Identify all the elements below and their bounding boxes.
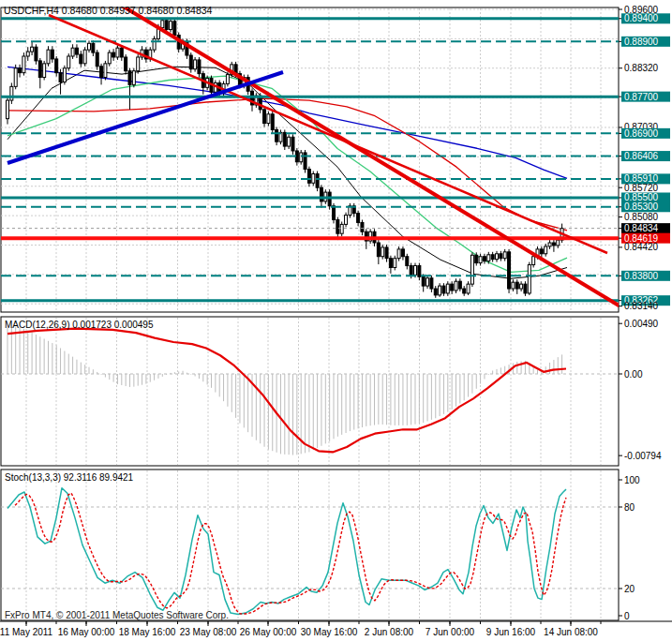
- chart-canvas: 0.896000.894000.889000.883200.877000.870…: [0, 0, 672, 641]
- macd-axis-label: -0.00794: [624, 451, 662, 461]
- candle-body: [422, 276, 425, 286]
- candle-body: [500, 254, 502, 259]
- candle-body: [414, 266, 417, 276]
- candle-body: [263, 110, 266, 124]
- candle-body: [198, 60, 201, 74]
- candle-body: [463, 289, 466, 293]
- candle-body: [483, 257, 485, 261]
- price-axis-label-highlighted: 0.86900: [624, 128, 659, 139]
- candle-body: [496, 254, 499, 260]
- price-axis-label-highlighted: 0.88900: [624, 37, 659, 47]
- candle-body: [418, 266, 421, 277]
- candle-body: [524, 284, 527, 293]
- candle-body: [288, 137, 291, 146]
- candle-body: [455, 281, 457, 291]
- candle-body: [125, 57, 127, 71]
- candle-body: [401, 249, 404, 257]
- candle-body: [451, 284, 454, 291]
- candle-body: [439, 286, 441, 295]
- candle-body: [557, 240, 560, 246]
- time-axis-label: 2 Jun 08:00: [365, 627, 414, 637]
- price-axis-label-highlighted: 0.85300: [624, 201, 659, 212]
- candle-body: [458, 281, 461, 289]
- price-axis-label-highlighted: 0.87700: [624, 92, 659, 102]
- candle-body: [434, 289, 437, 295]
- candle-body: [467, 284, 470, 293]
- candle-body: [508, 252, 511, 289]
- candle-body: [59, 73, 62, 82]
- candle-body: [22, 56, 25, 73]
- price-axis-label: 0.85080: [624, 212, 659, 222]
- candle-body: [112, 52, 115, 57]
- candle-body: [31, 47, 34, 52]
- candle-body: [291, 137, 294, 151]
- candle-body: [316, 173, 319, 187]
- candle-body: [55, 59, 58, 73]
- candle-body: [300, 153, 303, 162]
- time-axis-label: 26 May 00:00: [240, 627, 297, 637]
- time-axis-label: 9 Jun 16:00: [486, 627, 536, 637]
- candle-body: [10, 86, 13, 100]
- candle-body: [385, 247, 388, 259]
- candle-body: [333, 206, 336, 220]
- copyright-text: FxPro MT4, © 2001-2011 MetaQuotes Softwa…: [5, 610, 229, 620]
- time-axis-label: 18 May 16:00: [119, 627, 176, 637]
- price-axis-label-highlighted: 0.86406: [624, 151, 659, 161]
- stoch-panel[interactable]: [1, 470, 619, 620]
- candle-body: [336, 220, 339, 234]
- price-axis-label: 0.83140: [624, 301, 659, 311]
- candle-body: [345, 216, 348, 225]
- candle-body: [19, 68, 22, 73]
- candle-body: [515, 282, 518, 289]
- candle-body: [47, 50, 50, 64]
- macd-axis-label: 0.00: [624, 369, 643, 380]
- candle-body: [357, 214, 360, 223]
- time-axis-label: 16 May 00:00: [58, 627, 115, 637]
- macd-panel[interactable]: [1, 317, 619, 466]
- time-axis-label: 14 Jun 08:00: [544, 627, 598, 637]
- candle-body: [389, 259, 392, 268]
- price-axis-label: 0.85720: [624, 183, 659, 193]
- candle-body: [528, 265, 530, 293]
- candle-body: [92, 43, 95, 52]
- candle-body: [137, 57, 140, 71]
- candle-body: [283, 132, 286, 146]
- candle-body: [173, 22, 176, 36]
- candle-body: [487, 255, 490, 261]
- candle-body: [35, 47, 37, 61]
- candle-body: [71, 48, 74, 56]
- candle-body: [67, 56, 70, 68]
- candle-body: [276, 129, 278, 142]
- price-axis-label-highlighted: 0.89400: [624, 13, 659, 23]
- price-axis-label-highlighted: 0.84834: [624, 223, 659, 233]
- candle-body: [397, 249, 400, 259]
- candle-body: [170, 22, 172, 30]
- candle-body: [512, 282, 515, 289]
- candle-body: [320, 187, 322, 201]
- time-axis-label: 11 May 2011: [0, 627, 53, 637]
- candle-body: [340, 224, 343, 233]
- price-axis-label-highlighted: 0.83800: [624, 271, 659, 281]
- candle-body: [100, 67, 103, 78]
- candle-body: [271, 114, 274, 130]
- candle-body: [153, 38, 156, 50]
- candle-body: [116, 48, 119, 57]
- candle-body: [545, 246, 547, 254]
- stoch-axis-label: 0: [624, 611, 630, 621]
- stoch-axis-label: 20: [624, 584, 635, 594]
- candle-body: [128, 71, 131, 85]
- candle-body: [80, 54, 82, 64]
- macd-label: MACD(12,26,9) 0.001723 0.000495: [5, 320, 154, 330]
- stoch-label: Stoch(13,3,3) 92.3116 89.9421: [5, 472, 134, 483]
- candle-body: [410, 266, 412, 276]
- candle-body: [475, 255, 478, 262]
- candle-body: [51, 50, 53, 59]
- time-axis-label: 23 May 08:00: [180, 627, 237, 637]
- candle-body: [548, 243, 551, 246]
- stoch-axis-label: 100: [624, 475, 640, 485]
- candle-body: [377, 243, 380, 257]
- candle-body: [63, 68, 66, 82]
- candle-body: [108, 52, 111, 64]
- candle-body: [307, 170, 310, 184]
- candle-body: [104, 64, 107, 78]
